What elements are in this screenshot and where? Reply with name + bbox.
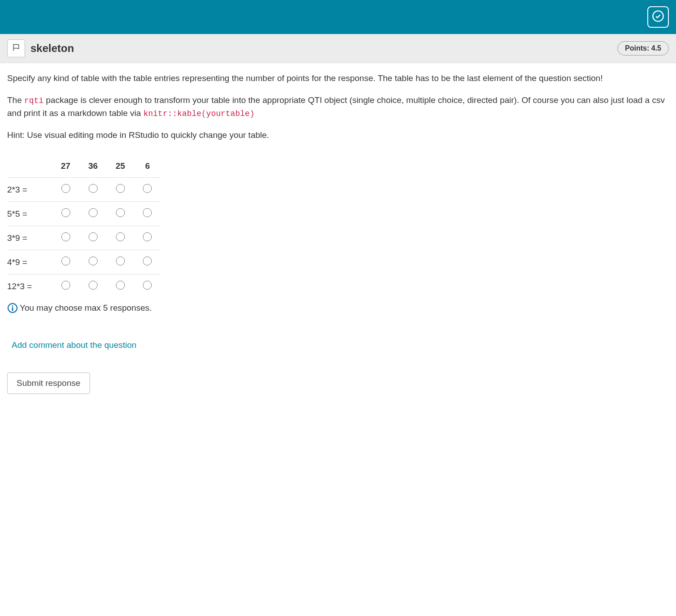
question-header: skeleton Points: 4.5	[0, 34, 676, 63]
match-radio[interactable]	[61, 184, 70, 193]
match-radio[interactable]	[143, 184, 152, 193]
match-radio[interactable]	[116, 184, 125, 193]
hint-para: Hint: Use visual editing mode in RStudio…	[7, 129, 669, 142]
question-body: Specify any kind of table with the table…	[0, 63, 676, 403]
table-row: 5*5 =	[7, 202, 161, 226]
table-corner	[7, 155, 52, 178]
svg-point-2	[12, 305, 13, 307]
match-radio[interactable]	[143, 281, 152, 290]
table-row: 4*9 =	[7, 250, 161, 274]
match-radio[interactable]	[61, 208, 70, 217]
svg-point-0	[653, 11, 663, 21]
match-radio[interactable]	[89, 281, 98, 290]
svg-rect-3	[12, 308, 13, 311]
flag-icon	[12, 43, 21, 54]
row-label: 3*9 =	[7, 226, 52, 250]
info-text: You may choose max 5 responses.	[20, 303, 152, 313]
info-icon	[7, 303, 18, 313]
col-header: 27	[52, 155, 79, 178]
row-label: 12*3 =	[7, 274, 52, 299]
code-inline: rqti	[24, 96, 43, 105]
match-radio[interactable]	[61, 281, 70, 290]
flag-button[interactable]	[7, 39, 25, 57]
match-radio[interactable]	[89, 232, 98, 241]
add-comment-link[interactable]: Add comment about the question	[12, 340, 137, 350]
table-row: 3*9 =	[7, 226, 161, 250]
info-row: You may choose max 5 responses.	[7, 303, 669, 313]
match-radio[interactable]	[116, 257, 125, 265]
col-header: 36	[79, 155, 107, 178]
col-header: 6	[134, 155, 161, 178]
row-label: 4*9 =	[7, 250, 52, 274]
match-radio[interactable]	[116, 281, 125, 290]
check-circle-icon	[652, 10, 664, 25]
match-table: 27 36 25 6 2*3 = 5*5 = 3*9 =	[7, 155, 161, 298]
table-row: 2*3 =	[7, 178, 161, 202]
match-radio[interactable]	[89, 184, 98, 193]
match-radio[interactable]	[116, 208, 125, 217]
submit-button[interactable]: Submit response	[7, 372, 90, 394]
match-radio[interactable]	[143, 232, 152, 241]
code-inline: knitr::kable(yourtable)	[143, 109, 254, 118]
row-label: 2*3 =	[7, 178, 52, 202]
question-title: skeleton	[30, 42, 617, 55]
confirm-button[interactable]	[647, 6, 669, 28]
instruction-para-1: Specify any kind of table with the table…	[7, 72, 669, 85]
instruction-para-2: The rqti package is clever enough to tra…	[7, 94, 669, 120]
top-bar	[0, 0, 676, 34]
match-radio[interactable]	[89, 257, 98, 265]
row-label: 5*5 =	[7, 202, 52, 226]
match-radio[interactable]	[116, 232, 125, 241]
match-radio[interactable]	[89, 208, 98, 217]
col-header: 25	[107, 155, 134, 178]
match-radio[interactable]	[61, 257, 70, 265]
match-radio[interactable]	[143, 257, 152, 265]
match-radio[interactable]	[143, 208, 152, 217]
points-badge: Points: 4.5	[617, 41, 669, 56]
table-row: 12*3 =	[7, 274, 161, 299]
match-radio[interactable]	[61, 232, 70, 241]
